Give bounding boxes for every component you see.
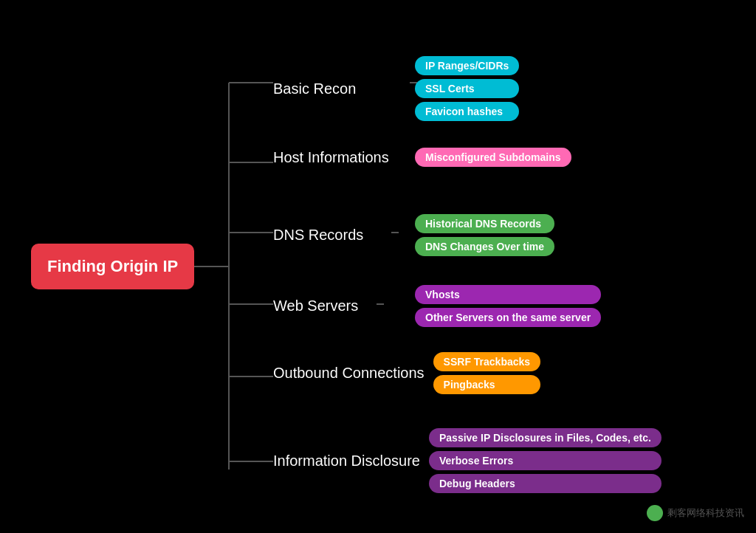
branch-label-info-disclosure: Information Disclosure	[273, 453, 420, 470]
tag-favicon: Favicon hashes	[415, 102, 519, 121]
tag-vhosts: Vhosts	[415, 285, 601, 304]
branch-label-host-info: Host Informations	[273, 149, 406, 166]
branch-label-web-servers: Web Servers	[273, 298, 406, 314]
branch-info-disclosure: Information Disclosure Passive IP Disclo…	[273, 428, 662, 493]
tag-pingbacks: Pingbacks	[433, 375, 541, 394]
tag-debug-headers: Debug Headers	[429, 474, 662, 493]
tag-ssl-certs: SSL Certs	[415, 79, 519, 98]
branch-basic-recon: Basic Recon IP Ranges/CIDRs SSL Certs Fa…	[273, 56, 519, 121]
tag-dns-changes: DNS Changes Over time	[415, 237, 554, 256]
root-node: Finding Origin IP	[31, 244, 194, 289]
branch-tags-basic-recon: IP Ranges/CIDRs SSL Certs Favicon hashes	[415, 56, 519, 121]
branch-tags-dns: Historical DNS Records DNS Changes Over …	[415, 214, 554, 256]
watermark: 剩客网络科技资讯	[647, 505, 744, 521]
branch-tags-info: Passive IP Disclosures in Files, Codes, …	[429, 428, 662, 493]
branch-label-dns-records: DNS Records	[273, 227, 406, 244]
tag-other-servers: Other Servers on the same server	[415, 308, 601, 327]
tag-historical-dns: Historical DNS Records	[415, 214, 554, 233]
tag-ssrf: SSRF Trackbacks	[433, 352, 541, 371]
branch-web-servers: Web Servers Vhosts Other Servers on the …	[273, 285, 601, 327]
branch-tags-host-info: Misconfigured Subdomains	[415, 148, 571, 167]
branch-tags-outbound: SSRF Trackbacks Pingbacks	[433, 352, 541, 394]
branch-tags-web: Vhosts Other Servers on the same server	[415, 285, 601, 327]
tag-ip-ranges: IP Ranges/CIDRs	[415, 56, 519, 75]
branch-dns-records: DNS Records Historical DNS Records DNS C…	[273, 214, 554, 256]
branch-outbound: Outbound Connections SSRF Trackbacks Pin…	[273, 352, 540, 394]
tag-passive-ip: Passive IP Disclosures in Files, Codes, …	[429, 428, 662, 447]
branch-host-info: Host Informations Misconfigured Subdomai…	[273, 148, 571, 167]
tag-verbose-errors: Verbose Errors	[429, 451, 662, 470]
branch-label-basic-recon: Basic Recon	[273, 80, 406, 97]
branch-label-outbound: Outbound Connections	[273, 365, 425, 382]
watermark-icon	[647, 505, 663, 521]
watermark-text: 剩客网络科技资讯	[667, 506, 744, 520]
tag-misconfig-subdomains: Misconfigured Subdomains	[415, 148, 571, 167]
